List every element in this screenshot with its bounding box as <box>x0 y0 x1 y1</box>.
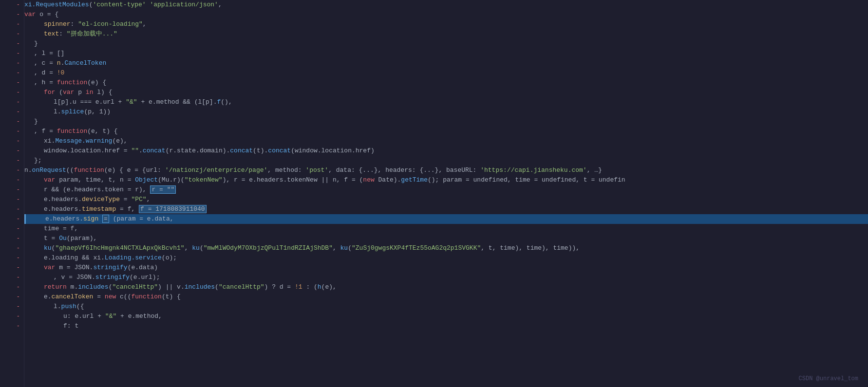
code-line: xi.Message.warning(e), <box>24 136 868 146</box>
code-line: var m = JSON.stringify(e.data) <box>24 263 868 273</box>
code-line: f: t <box>24 321 868 331</box>
gutter-marker: - <box>0 292 24 302</box>
gutter-marker: - <box>0 127 24 136</box>
gutter-marker: - <box>0 214 24 224</box>
code-line: } <box>24 117 868 127</box>
code-line: , l = [] <box>24 49 868 58</box>
gutter-marker: - <box>0 19 24 29</box>
gutter-marker: - <box>0 234 24 243</box>
gutter-marker: - <box>0 166 24 175</box>
gutter-marker: - <box>0 29 24 39</box>
code-line: n.onRequest((function(e) { e = {url: '/n… <box>24 166 868 175</box>
code-line: text: "拼命加载中..." <box>24 29 868 39</box>
gutter-marker: - <box>0 78 24 88</box>
gutter-marker: - <box>0 282 24 292</box>
code-line: , d = !0 <box>24 68 868 78</box>
code-line: e.headers.sign = (param = e.data, <box>24 214 868 224</box>
gutter-marker: - <box>0 175 24 185</box>
gutter-marker: - <box>0 156 24 166</box>
gutter-marker: - <box>0 97 24 107</box>
gutter-marker: - <box>0 195 24 204</box>
gutter-marker: - <box>0 117 24 127</box>
code-line: u: e.url + "&" + e.method, <box>24 312 868 321</box>
gutter-marker: - <box>0 146 24 156</box>
code-line: l.splice(p, 1)) <box>24 107 868 117</box>
code-line: } <box>24 39 868 49</box>
code-line: e.loading && xi.Loading.service(o); <box>24 253 868 263</box>
gutter-marker: - <box>0 136 24 146</box>
gutter-marker: - <box>0 49 24 58</box>
code-line: }; <box>24 156 868 166</box>
gutter-marker: - <box>0 224 24 234</box>
gutter-marker: - <box>0 253 24 263</box>
code-line: spinner: "el-icon-loading", <box>24 19 868 29</box>
code-line: , v = JSON.stringify(e.url); <box>24 273 868 282</box>
code-line: return m.includes("cancelHttp") || v.inc… <box>24 282 868 292</box>
code-line: l[p].u === e.url + "&" + e.method && (l[… <box>24 97 868 107</box>
gutter-marker: - <box>0 263 24 273</box>
code-line: time = f, <box>24 224 868 234</box>
gutter-marker: - <box>0 273 24 282</box>
code-line: var o = { <box>24 10 868 19</box>
code-line: r && (e.headers.token = r), r = "" <box>24 185 868 195</box>
code-line: xi.RequestModules('content-type' 'applic… <box>24 0 868 10</box>
gutter-marker: - <box>0 204 24 214</box>
code-line: t = Ou(param), <box>24 234 868 243</box>
code-line: , h = function(e) { <box>24 78 868 88</box>
gutter-marker: - <box>0 302 24 312</box>
code-line: window.location.href = "".concat(r.state… <box>24 146 868 156</box>
gutter-marker: - <box>0 312 24 321</box>
code-line: ku("ghaepVf6IhcHmgnk4NCTXLApxQkBcvh1", k… <box>24 243 868 253</box>
code-content[interactable]: xi.RequestModules('content-type' 'applic… <box>24 0 868 387</box>
code-line: , c = n.CancelToken <box>24 58 868 68</box>
gutter-marker: - <box>0 321 24 331</box>
editor-container: ---------------------------------- xi.Re… <box>0 0 868 387</box>
gutter: ---------------------------------- <box>0 0 24 387</box>
gutter-marker: - <box>0 88 24 97</box>
code-line: e.headers.deviceType = "PC", <box>24 195 868 204</box>
gutter-marker: - <box>0 107 24 117</box>
gutter-marker: - <box>0 39 24 49</box>
code-line: l.push({ <box>24 302 868 312</box>
gutter-marker: - <box>0 185 24 195</box>
gutter-marker: - <box>0 10 24 19</box>
code-line: var param, time, t, n = Object(Mu.r)("to… <box>24 175 868 185</box>
code-line: , f = function(e, t) { <box>24 127 868 136</box>
gutter-marker: - <box>0 243 24 253</box>
code-line: e.cancelToken = new c((function(t) { <box>24 292 868 302</box>
code-line: e.headers.timestamp = f, f = 17180839110… <box>24 204 868 214</box>
watermark: CSDN @unravel_tom <box>799 375 858 382</box>
code-line: for (var p in l) { <box>24 88 868 97</box>
gutter-marker: - <box>0 58 24 68</box>
gutter-marker: - <box>0 68 24 78</box>
gutter-marker: - <box>0 0 24 10</box>
